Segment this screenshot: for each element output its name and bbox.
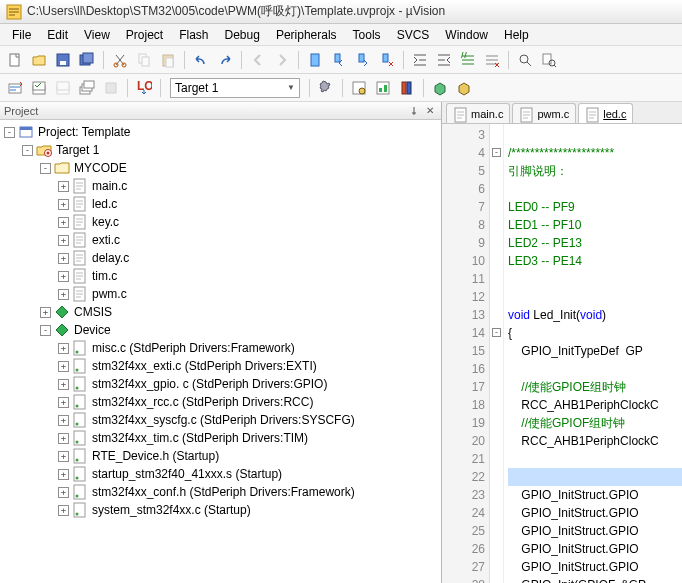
- menu-edit[interactable]: Edit: [39, 25, 76, 45]
- code-line[interactable]: GPIO_InitStruct.GPIO: [508, 540, 682, 558]
- code-line[interactable]: {: [508, 324, 682, 342]
- options-button[interactable]: [315, 77, 337, 99]
- tree-toggle[interactable]: +: [58, 451, 69, 462]
- outdent-button[interactable]: [433, 49, 455, 71]
- new-file-button[interactable]: [4, 49, 26, 71]
- tree-file[interactable]: +main.c: [0, 177, 441, 195]
- code-line[interactable]: void Led_Init(void): [508, 306, 682, 324]
- tree-file[interactable]: +stm32f4xx_gpio. c (StdPeriph Drivers:GP…: [0, 375, 441, 393]
- tree-file[interactable]: +stm32f4xx_rcc.c (StdPeriph Drivers:RCC): [0, 393, 441, 411]
- code-editor[interactable]: 3456789101112131415161718192021222324252…: [442, 124, 682, 583]
- nav-back-button[interactable]: [247, 49, 269, 71]
- tree-file[interactable]: +pwm.c: [0, 285, 441, 303]
- tree-file[interactable]: +tim.c: [0, 267, 441, 285]
- fold-toggle[interactable]: -: [492, 328, 501, 337]
- tree-toggle[interactable]: +: [40, 307, 51, 318]
- code-line[interactable]: [508, 450, 682, 468]
- tree-toggle[interactable]: +: [58, 271, 69, 282]
- tree-toggle[interactable]: -: [4, 127, 15, 138]
- tree-file[interactable]: +startup_stm32f40_41xxx.s (Startup): [0, 465, 441, 483]
- tree-toggle[interactable]: +: [58, 487, 69, 498]
- bookmark-next-button[interactable]: [352, 49, 374, 71]
- tree-group-cmsis[interactable]: +CMSIS: [0, 303, 441, 321]
- tree-toggle[interactable]: +: [58, 505, 69, 516]
- save-all-button[interactable]: [76, 49, 98, 71]
- code-line[interactable]: GPIO_InitStruct.GPIO: [508, 504, 682, 522]
- tree-toggle[interactable]: -: [22, 145, 33, 156]
- tree-toggle[interactable]: +: [58, 397, 69, 408]
- code-line[interactable]: GPIO_InitStruct.GPIO: [508, 522, 682, 540]
- editor-tab[interactable]: pwm.c: [512, 103, 576, 123]
- tree-toggle[interactable]: +: [58, 433, 69, 444]
- indent-button[interactable]: [409, 49, 431, 71]
- books-button[interactable]: [396, 77, 418, 99]
- fold-gutter[interactable]: --: [490, 124, 504, 583]
- tree-toggle[interactable]: +: [58, 415, 69, 426]
- code-line[interactable]: [508, 126, 682, 144]
- code-line[interactable]: GPIO_InitStruct.GPIO: [508, 486, 682, 504]
- tree-toggle[interactable]: +: [58, 181, 69, 192]
- panel-pin-button[interactable]: [407, 104, 421, 118]
- save-button[interactable]: [52, 49, 74, 71]
- tree-file[interactable]: +delay.c: [0, 249, 441, 267]
- paste-button[interactable]: [157, 49, 179, 71]
- code-line[interactable]: LED2 -- PE13: [508, 234, 682, 252]
- code-line[interactable]: //使能GPIOF组时钟: [508, 414, 682, 432]
- download-button[interactable]: LOAD: [133, 77, 155, 99]
- menu-view[interactable]: View: [76, 25, 118, 45]
- comment-button[interactable]: //: [457, 49, 479, 71]
- tree-toggle[interactable]: +: [58, 235, 69, 246]
- menu-debug[interactable]: Debug: [217, 25, 268, 45]
- stop-build-button[interactable]: [100, 77, 122, 99]
- code-line[interactable]: LED0 -- PF9: [508, 198, 682, 216]
- find-in-files-button[interactable]: [538, 49, 560, 71]
- code-lines[interactable]: /**********************引脚说明： LED0 -- PF9…: [504, 124, 682, 583]
- translate-button[interactable]: [4, 77, 26, 99]
- tree-file[interactable]: +stm32f4xx_syscfg.c (StdPeriph Drivers:S…: [0, 411, 441, 429]
- code-line[interactable]: [508, 360, 682, 378]
- rebuild-button[interactable]: [52, 77, 74, 99]
- tree-group-device[interactable]: -Device: [0, 321, 441, 339]
- code-line[interactable]: GPIO_InitTypeDef GP: [508, 342, 682, 360]
- code-line[interactable]: RCC_AHB1PeriphClockC: [508, 432, 682, 450]
- undo-button[interactable]: [190, 49, 212, 71]
- nav-fwd-button[interactable]: [271, 49, 293, 71]
- code-line[interactable]: [508, 468, 682, 486]
- tree-toggle[interactable]: +: [58, 289, 69, 300]
- code-line[interactable]: 引脚说明：: [508, 162, 682, 180]
- code-line[interactable]: /**********************: [508, 144, 682, 162]
- fold-toggle[interactable]: -: [492, 148, 501, 157]
- bookmark-prev-button[interactable]: [328, 49, 350, 71]
- code-line[interactable]: LED3 -- PE14: [508, 252, 682, 270]
- tree-toggle[interactable]: -: [40, 325, 51, 336]
- code-line[interactable]: RCC_AHB1PeriphClockC: [508, 396, 682, 414]
- editor-tab[interactable]: main.c: [446, 103, 510, 123]
- tree-toggle[interactable]: +: [58, 217, 69, 228]
- batch-build-button[interactable]: [76, 77, 98, 99]
- menu-tools[interactable]: Tools: [345, 25, 389, 45]
- code-line[interactable]: GPIO_Init(GPIOF, &GP: [508, 576, 682, 583]
- tree-file[interactable]: +led.c: [0, 195, 441, 213]
- bookmark-clear-button[interactable]: [376, 49, 398, 71]
- menu-peripherals[interactable]: Peripherals: [268, 25, 345, 45]
- find-button[interactable]: [514, 49, 536, 71]
- tree-toggle[interactable]: +: [58, 199, 69, 210]
- tree-file[interactable]: +exti.c: [0, 231, 441, 249]
- target-select[interactable]: Target 1 ▼: [170, 78, 300, 98]
- bookmark-toggle-button[interactable]: [304, 49, 326, 71]
- menu-file[interactable]: File: [4, 25, 39, 45]
- uncomment-button[interactable]: [481, 49, 503, 71]
- tree-file[interactable]: +key.c: [0, 213, 441, 231]
- menu-project[interactable]: Project: [118, 25, 171, 45]
- editor-tab[interactable]: led.c: [578, 103, 633, 123]
- tree-file[interactable]: +RTE_Device.h (Startup): [0, 447, 441, 465]
- tree-toggle[interactable]: +: [58, 469, 69, 480]
- project-tree[interactable]: -Project: Template-Target 1-MYCODE+main.…: [0, 120, 441, 583]
- code-line[interactable]: GPIO_InitStruct.GPIO: [508, 558, 682, 576]
- tree-target[interactable]: -Target 1: [0, 141, 441, 159]
- manage-rte-button[interactable]: [372, 77, 394, 99]
- code-line[interactable]: LED1 -- PF10: [508, 216, 682, 234]
- code-line[interactable]: [508, 180, 682, 198]
- tree-toggle[interactable]: -: [40, 163, 51, 174]
- menu-flash[interactable]: Flash: [171, 25, 216, 45]
